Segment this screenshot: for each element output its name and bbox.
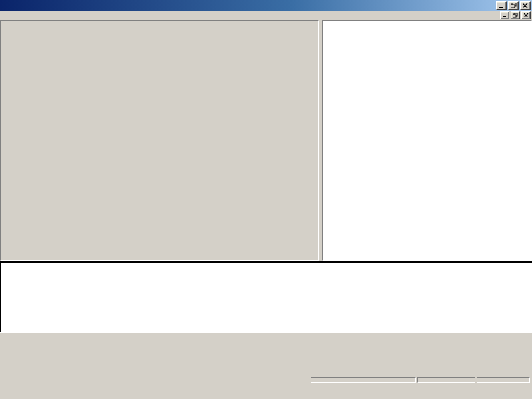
close-button[interactable]	[520, 1, 531, 10]
scan-control-bar	[0, 332, 532, 376]
restore-button[interactable]	[508, 1, 519, 10]
child-restore-button[interactable]	[511, 11, 520, 19]
menu-bar	[0, 11, 532, 20]
plot-area	[0, 20, 532, 261]
spectrum-plot-pane[interactable]	[0, 20, 319, 261]
child-minimize-button[interactable]	[500, 11, 509, 19]
minimize-button[interactable]	[496, 1, 507, 10]
status-panel	[477, 377, 530, 383]
status-panel	[417, 377, 475, 383]
quant-method-table	[0, 261, 532, 332]
status-panel	[311, 377, 416, 383]
status-bar	[0, 376, 532, 384]
child-close-button[interactable]	[521, 11, 531, 19]
validation-plot-pane[interactable]	[322, 20, 532, 261]
title-bar[interactable]	[0, 0, 532, 11]
